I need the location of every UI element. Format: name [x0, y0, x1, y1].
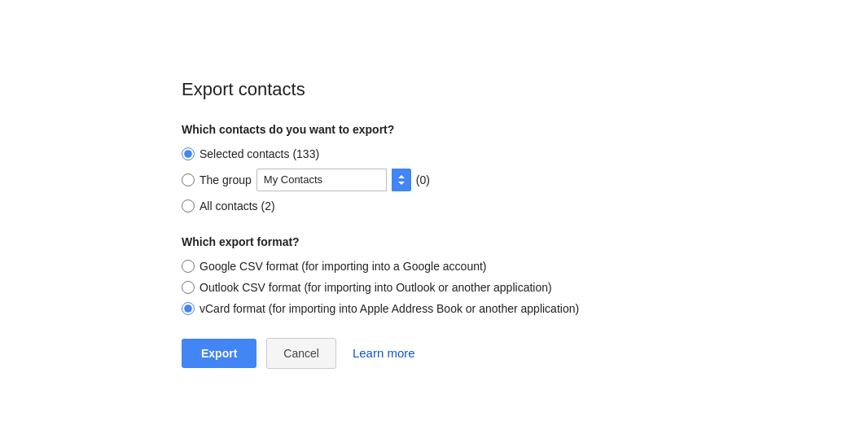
- radio-google-csv[interactable]: [182, 260, 195, 273]
- radio-outlook-csv[interactable]: [182, 281, 195, 294]
- option-google-csv-label: Google CSV format (for importing into a …: [199, 260, 487, 273]
- option-google-csv[interactable]: Google CSV format (for importing into a …: [182, 260, 686, 273]
- format-radio-group: Google CSV format (for importing into a …: [182, 260, 686, 315]
- arrow-up-icon: [398, 175, 405, 178]
- group-count: (0): [416, 173, 430, 186]
- option-selected-contacts[interactable]: Selected contacts (133): [182, 147, 686, 160]
- option-outlook-csv-label: Outlook CSV format (for importing into O…: [199, 281, 552, 294]
- radio-all-contacts[interactable]: [182, 199, 195, 213]
- group-select-wrapper: My Contacts Other Contacts Starred in An…: [256, 169, 430, 191]
- arrow-down-icon: [398, 182, 405, 185]
- option-outlook-csv[interactable]: Outlook CSV format (for importing into O…: [182, 281, 686, 294]
- option-all-contacts-label: All contacts (2): [199, 199, 275, 213]
- option-group[interactable]: The group My Contacts Other Contacts Sta…: [182, 169, 686, 191]
- option-all-contacts[interactable]: All contacts (2): [182, 199, 686, 213]
- dialog-title: Export contacts: [182, 79, 686, 100]
- contacts-section: Which contacts do you want to export? Se…: [182, 123, 686, 213]
- radio-group[interactable]: [182, 173, 195, 186]
- dropdown-arrows: [398, 175, 405, 185]
- group-dropdown-container: My Contacts Other Contacts Starred in An…: [256, 169, 387, 191]
- option-vcard[interactable]: vCard format (for importing into Apple A…: [182, 302, 686, 315]
- dropdown-arrow-button[interactable]: [392, 169, 411, 191]
- contacts-section-label: Which contacts do you want to export?: [182, 123, 686, 136]
- option-selected-contacts-label: Selected contacts (133): [199, 147, 319, 160]
- export-button[interactable]: Export: [182, 339, 256, 368]
- learn-more-link[interactable]: Learn more: [353, 346, 415, 360]
- group-dropdown[interactable]: My Contacts Other Contacts Starred in An…: [256, 169, 387, 191]
- button-row: Export Cancel Learn more: [182, 338, 686, 369]
- radio-vcard[interactable]: [182, 302, 195, 315]
- format-section: Which export format? Google CSV format (…: [182, 235, 686, 315]
- export-contacts-dialog: Export contacts Which contacts do you wa…: [149, 53, 719, 395]
- option-vcard-label: vCard format (for importing into Apple A…: [199, 302, 579, 315]
- option-group-label: The group: [199, 173, 252, 186]
- format-section-label: Which export format?: [182, 235, 686, 248]
- radio-selected-contacts[interactable]: [182, 147, 195, 160]
- cancel-button[interactable]: Cancel: [266, 338, 336, 369]
- contacts-radio-group: Selected contacts (133) The group My Con…: [182, 147, 686, 213]
